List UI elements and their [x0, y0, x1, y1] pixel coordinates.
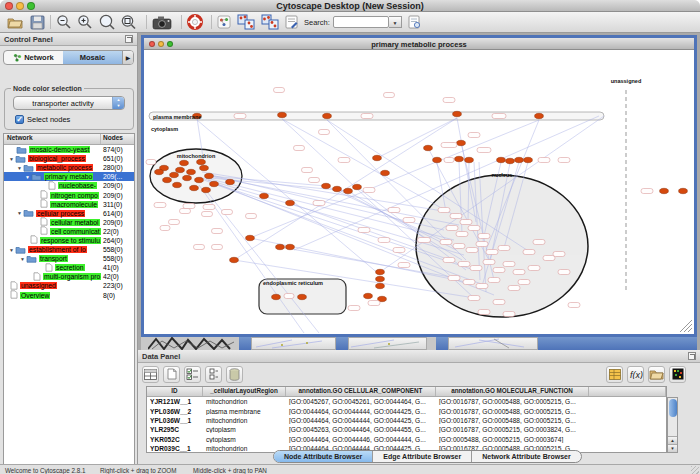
network-node[interactable]: [376, 269, 385, 274]
expand-arrow-icon[interactable]: ▼: [8, 247, 15, 253]
table-row[interactable]: YLR295Ccytoplasm[GO:0045263, GO:0044464,…: [147, 425, 666, 434]
tree-row[interactable]: ▼establishment of lo558(0): [4, 245, 134, 254]
network-node[interactable]: [170, 172, 179, 177]
scrollbar-thumb[interactable]: [669, 399, 677, 417]
network-node[interactable]: [381, 170, 390, 175]
scroll-down-icon[interactable]: ▼: [668, 444, 677, 452]
network-node[interactable]: [230, 257, 239, 262]
tab-node-attribute-browser[interactable]: Node Attribute Browser: [274, 451, 373, 462]
network-node[interactable]: [323, 113, 332, 118]
table-row[interactable]: YPL036W__1mitochondrion[GO:0044464, GO:0…: [147, 416, 666, 425]
tree-row[interactable]: ▼transport558(0): [4, 254, 134, 263]
zoom-out-icon[interactable]: [56, 13, 72, 31]
network-node[interactable]: [515, 157, 524, 162]
network-node[interactable]: [344, 188, 353, 193]
window-titlebar[interactable]: Cytoscape Desktop (New Session): [0, 0, 700, 12]
float-panel-icon[interactable]: [125, 35, 133, 43]
tree-col-network[interactable]: Network: [4, 134, 101, 144]
network-node[interactable]: [660, 188, 669, 193]
unselect-attributes-icon[interactable]: [205, 366, 222, 383]
background-frame-border[interactable]: [538, 337, 697, 350]
table-row[interactable]: YPL036W__2plasma membrane[GO:0044464, GO…: [147, 406, 666, 415]
zoom-fit-icon[interactable]: [120, 13, 137, 31]
background-frame-border[interactable]: [436, 337, 448, 350]
network-view-titlebar[interactable]: primary metabolic process: [144, 38, 694, 50]
tab-network-attribute-browser[interactable]: Network Attribute Browser: [472, 451, 580, 462]
tree-col-nodes[interactable]: Nodes: [101, 134, 134, 144]
background-frame-sliver[interactable]: [448, 337, 538, 350]
tab-edge-attribute-browser[interactable]: Edge Attribute Browser: [373, 451, 472, 462]
tree-row[interactable]: nitrogen compo209(0): [4, 190, 134, 199]
table-row[interactable]: YJR121W__1mitochondrion[GO:0045267, GO:0…: [147, 397, 666, 406]
expand-arrow-icon[interactable]: ▼: [16, 165, 23, 171]
background-frame-border[interactable]: [239, 337, 251, 350]
network-node[interactable]: [286, 244, 295, 249]
network-node[interactable]: [202, 187, 211, 192]
network-node[interactable]: [433, 157, 442, 162]
help-lifering-icon[interactable]: [187, 13, 203, 31]
network-node[interactable]: [163, 177, 172, 182]
new-attribute-icon[interactable]: [163, 366, 180, 383]
expand-arrow-icon[interactable]: ▼: [19, 256, 26, 262]
network-canvas[interactable]: plasma membrane cytoplasm mitochondrion …: [144, 50, 694, 334]
network-node[interactable]: [322, 183, 331, 188]
network-node[interactable]: [272, 294, 281, 299]
network-node[interactable]: [173, 182, 182, 187]
window-resize-grip[interactable]: [691, 466, 699, 474]
network-node[interactable]: [278, 112, 287, 117]
network-node[interactable]: [195, 177, 204, 182]
apply-layout-a-icon[interactable]: [237, 13, 255, 31]
float-panel-icon[interactable]: [688, 352, 696, 360]
network-node[interactable]: [180, 160, 189, 165]
network-node[interactable]: [497, 157, 506, 162]
network-node[interactable]: [333, 186, 342, 191]
network-node[interactable]: [176, 167, 185, 172]
tree-row[interactable]: ▼cellular process614(0): [4, 209, 134, 218]
network-node[interactable]: [373, 155, 382, 160]
tree-row[interactable]: ▼primary metabo209(...: [4, 172, 134, 181]
network-node[interactable]: [376, 283, 385, 288]
network-node[interactable]: [155, 169, 164, 174]
network-node[interactable]: [286, 200, 295, 205]
col-cellular-layout-region[interactable]: _cellularLayoutRegion: [203, 387, 286, 396]
tree-row[interactable]: secretion41(0): [4, 263, 134, 272]
attribute-matrix-icon[interactable]: [669, 366, 686, 383]
network-node[interactable]: [457, 140, 466, 145]
vizmapper-icon[interactable]: [217, 13, 231, 31]
network-node[interactable]: [276, 244, 285, 249]
col-go-molecular-function[interactable]: annotation.GO MOLECULAR_FUNCTION: [436, 387, 589, 396]
delete-attribute-icon[interactable]: [226, 366, 243, 383]
select-attributes-icon[interactable]: [184, 366, 201, 383]
network-node[interactable]: [679, 188, 688, 193]
annotation-icon[interactable]: [285, 13, 298, 31]
tree-row[interactable]: multi-organism pro42(0): [4, 272, 134, 281]
table-row[interactable]: YKR052Ccytoplasm[GO:0044464, GO:0044446,…: [147, 435, 666, 444]
expand-arrow-icon[interactable]: ▼: [24, 174, 31, 180]
network-node[interactable]: [506, 158, 515, 163]
network-node[interactable]: [200, 165, 209, 170]
network-node[interactable]: [205, 173, 214, 178]
network-node[interactable]: [197, 159, 206, 164]
select-nodes-checkbox[interactable]: ✓: [15, 115, 24, 124]
network-node[interactable]: [246, 235, 255, 240]
network-node[interactable]: [376, 276, 385, 281]
col-id[interactable]: ID: [147, 387, 203, 396]
function-builder-icon[interactable]: f(x): [627, 366, 644, 383]
tab-mosaic[interactable]: Mosaic: [63, 51, 122, 64]
network-view-frame[interactable]: primary metabolic process plasma membran…: [141, 35, 697, 337]
open-file-icon[interactable]: [7, 13, 24, 31]
background-frame-sliver[interactable]: [348, 337, 427, 350]
network-node[interactable]: [190, 185, 199, 190]
network-node[interactable]: [455, 156, 464, 161]
frame-resize-grip[interactable]: [680, 320, 692, 332]
tree-row[interactable]: Overview8(0): [4, 291, 134, 300]
network-node[interactable]: [465, 157, 474, 162]
expand-arrow-icon[interactable]: ▼: [16, 210, 23, 216]
network-node[interactable]: [226, 179, 235, 184]
apply-layout-b-icon[interactable]: [261, 13, 279, 31]
expand-arrow-icon[interactable]: ▼: [8, 156, 15, 162]
network-node[interactable]: [298, 294, 307, 299]
network-node[interactable]: [535, 113, 544, 118]
scroll-up-icon[interactable]: ▲: [668, 436, 677, 444]
table-scrollbar[interactable]: ▲ ▼: [667, 397, 678, 453]
